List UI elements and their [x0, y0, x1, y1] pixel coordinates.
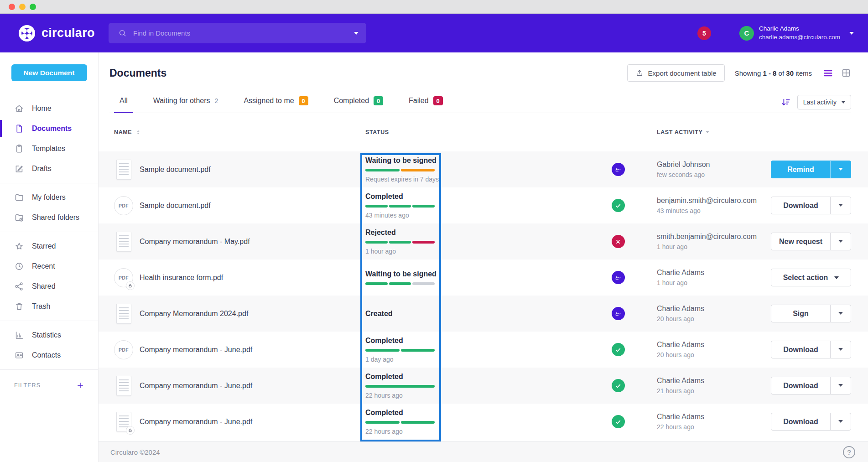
action-dropdown-caret-button[interactable]	[830, 413, 851, 430]
activity-time: few seconds ago	[657, 171, 771, 178]
search-input[interactable]	[133, 29, 354, 37]
table-row[interactable]: Company memorandum - June.pdf Completed …	[99, 404, 868, 440]
sort-direction-icon[interactable]	[781, 97, 791, 107]
column-header-status[interactable]: STATUS	[365, 129, 605, 135]
user-email: charlie.adams@circularo.com	[759, 33, 840, 42]
tab-completed[interactable]: Completed 0	[328, 96, 389, 113]
table-row[interactable]: Company Memorandum 2024.pdf Created Char…	[99, 296, 868, 332]
table-row[interactable]: PDF Health insurance form.pdf Waiting to…	[99, 260, 868, 296]
sidebar-item-documents[interactable]: Documents	[0, 119, 98, 139]
search-scope-caret-icon[interactable]	[354, 32, 359, 37]
tab-count: 2	[215, 97, 218, 104]
progress-segment-green	[365, 385, 435, 388]
sidebar-item-statistics[interactable]: Statistics	[0, 325, 98, 345]
add-filter-icon[interactable]	[76, 381, 84, 389]
progress-segment-green	[365, 421, 400, 424]
filters-label: FILTERS	[14, 382, 41, 389]
action-dropdown-caret-button[interactable]	[830, 377, 851, 394]
close-window-button[interactable]	[9, 4, 15, 10]
tab-assigned-to-me[interactable]: Assigned to me 0	[238, 96, 313, 113]
new-request-button[interactable]: New request	[771, 233, 830, 250]
action-button-group: Download	[771, 377, 851, 395]
action-dropdown-caret-button[interactable]	[830, 197, 851, 214]
action-dropdown-caret-button[interactable]	[830, 305, 851, 322]
select-action-button[interactable]: Select action	[771, 269, 851, 286]
table-row[interactable]: PDF Company memorandum - June.pdf Comple…	[99, 332, 868, 368]
activity-user: Charlie Adams	[657, 377, 771, 385]
star-icon	[14, 241, 24, 251]
minimize-window-button[interactable]	[19, 4, 26, 10]
sidebar-item-recent[interactable]: Recent	[0, 256, 98, 276]
footer: Circularo ©2024 ?	[99, 441, 868, 462]
document-name: Sample document.pdf	[140, 166, 211, 174]
progress-segment-green	[389, 205, 411, 208]
user-name: Charlie Adams	[759, 25, 840, 33]
progress-segment-green	[365, 169, 400, 171]
search-bar	[109, 23, 366, 43]
sidebar-item-home[interactable]: Home	[0, 99, 98, 119]
user-menu-caret-icon	[849, 32, 854, 37]
sidebar-item-drafts[interactable]: Drafts	[0, 159, 98, 179]
sort-updown-icon	[135, 129, 141, 135]
grid-view-icon[interactable]	[841, 68, 851, 78]
help-icon[interactable]: ?	[843, 446, 855, 458]
sidebar-item-shared[interactable]: Shared	[0, 276, 98, 296]
zoom-window-button[interactable]	[30, 4, 36, 10]
table-row[interactable]: Company memorandum - May.pdf Rejected 1 …	[99, 223, 868, 260]
download-button[interactable]: Download	[771, 341, 830, 358]
list-view-icon[interactable]	[823, 68, 833, 78]
sidebar-item-shared-folders[interactable]: Shared folders	[0, 208, 98, 228]
caret-down-icon	[838, 168, 843, 173]
export-document-table-button[interactable]: Export document table	[627, 64, 725, 82]
column-header-last-activity[interactable]: LAST ACTIVITY	[631, 129, 771, 135]
progress-segment-green	[401, 421, 435, 424]
status-subtext: 22 hours ago	[365, 392, 605, 399]
tab-count-badge: 0	[299, 96, 308, 105]
action-dropdown-caret-button[interactable]	[830, 161, 851, 178]
activity-time: 1 hour ago	[657, 279, 771, 286]
document-thumbnail-icon	[116, 304, 131, 324]
tab-waiting-for-others[interactable]: Waiting for others 2	[148, 96, 224, 113]
action-dropdown-caret-button[interactable]	[830, 233, 851, 250]
download-button[interactable]: Download	[771, 413, 830, 430]
action-button-group: New request	[771, 233, 851, 250]
brand-logo[interactable]: circularo	[18, 25, 101, 42]
activity-user: Charlie Adams	[657, 341, 771, 349]
new-document-button[interactable]: New Document	[11, 64, 87, 81]
sign-button[interactable]: Sign	[771, 305, 830, 322]
sidebar-item-my-folders[interactable]: My folders	[0, 187, 98, 208]
action-dropdown-caret-button[interactable]	[830, 341, 851, 358]
activity-time: 1 hour ago	[657, 243, 771, 250]
table-row[interactable]: Company memorandum - June.pdf Completed …	[99, 368, 868, 404]
sidebar-item-templates[interactable]: Templates	[0, 139, 98, 159]
notification-badge[interactable]: 5	[697, 26, 711, 40]
sidebar-item-contacts[interactable]: Contacts	[0, 345, 98, 365]
signature-status-icon	[612, 271, 625, 284]
sidebar-item-trash[interactable]: Trash	[0, 296, 98, 317]
sort-by-dropdown[interactable]: Last activity	[797, 95, 851, 109]
sidebar-item-starred[interactable]: Starred	[0, 236, 98, 256]
table-row[interactable]: Sample document.pdf Waiting to be signed…	[99, 151, 868, 187]
remind-button[interactable]: Remind	[771, 161, 830, 178]
tab-all[interactable]: All	[114, 96, 133, 113]
user-menu[interactable]: C Charlie Adams charlie.adams@circularo.…	[739, 25, 854, 41]
caret-down-icon	[838, 312, 843, 317]
signature-status-icon	[612, 307, 625, 320]
status-title: Waiting to be signed	[365, 270, 605, 278]
tab-failed[interactable]: Failed 0	[403, 96, 448, 113]
activity-time: 21 hours ago	[657, 387, 771, 395]
download-button[interactable]: Download	[771, 377, 830, 394]
download-button[interactable]: Download	[771, 197, 830, 214]
column-header-name[interactable]: NAME	[114, 129, 365, 135]
activity-user: Charlie Adams	[657, 269, 771, 277]
document-icon	[14, 124, 24, 134]
caret-down-icon	[838, 420, 843, 425]
document-thumbnail-icon	[116, 160, 131, 180]
share-icon	[14, 281, 24, 291]
check-status-icon	[612, 379, 625, 392]
table-row[interactable]: PDF Sample document.pdf Completed 43 min…	[99, 187, 868, 223]
filters-section: FILTERS	[0, 374, 98, 389]
activity-user: Charlie Adams	[657, 413, 771, 421]
window-titlebar	[0, 0, 868, 14]
status-progress-bar	[365, 205, 435, 208]
